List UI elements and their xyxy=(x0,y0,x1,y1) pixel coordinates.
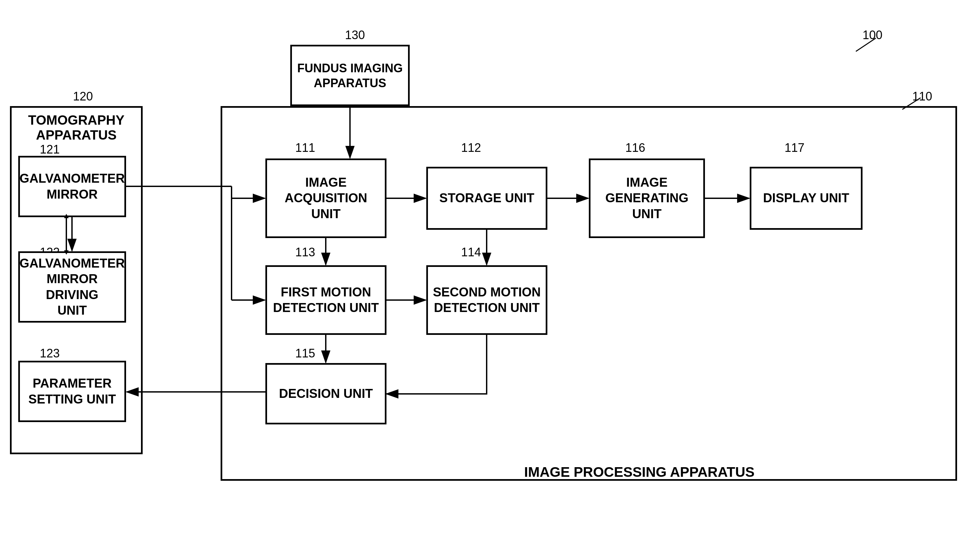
ref-110: 110 xyxy=(912,90,932,103)
param-setting-label: PARAMETERSETTING UNIT xyxy=(28,376,116,407)
image-generating-label: IMAGEGENERATINGUNIT xyxy=(605,175,689,222)
param-setting-box: PARAMETERSETTING UNIT xyxy=(18,361,126,422)
ref-121: 121 xyxy=(40,143,60,156)
galv-mirror-label: GALVANOMETERMIRROR xyxy=(20,171,125,202)
first-motion-box: FIRST MOTIONDETECTION UNIT xyxy=(265,265,386,335)
storage-label: STORAGE UNIT xyxy=(439,190,534,206)
ref-130: 130 xyxy=(345,28,365,42)
fundus-box: FUNDUS IMAGING APPARATUS xyxy=(290,45,410,106)
second-motion-box: SECOND MOTIONDETECTION UNIT xyxy=(426,265,547,335)
ref-112: 112 xyxy=(461,141,481,155)
image-acquisition-label: IMAGEACQUISITIONUNIT xyxy=(285,175,367,222)
galv-mirror-box: GALVANOMETERMIRROR xyxy=(18,156,126,217)
image-acquisition-box: IMAGEACQUISITIONUNIT xyxy=(265,158,386,238)
decision-label: DECISION UNIT xyxy=(279,386,373,402)
ref-114: 114 xyxy=(461,245,481,259)
image-generating-box: IMAGEGENERATINGUNIT xyxy=(589,158,705,238)
ref-111: 111 xyxy=(295,141,315,155)
second-motion-label: SECOND MOTIONDETECTION UNIT xyxy=(433,284,541,316)
ref-100: 100 xyxy=(862,28,882,42)
image-processing-label: IMAGE PROCESSING APPARATUS xyxy=(524,464,755,480)
ref-123: 123 xyxy=(40,346,60,361)
display-box: DISPLAY UNIT xyxy=(750,167,862,230)
display-label: DISPLAY UNIT xyxy=(763,190,849,206)
ref-117: 117 xyxy=(784,141,804,155)
ref-116: 116 xyxy=(625,141,645,155)
ref-115: 115 xyxy=(295,346,315,361)
galv-drive-box: GALVANOMETERMIRROR DRIVINGUNIT xyxy=(18,251,126,322)
ref-113: 113 xyxy=(295,245,315,259)
first-motion-label: FIRST MOTIONDETECTION UNIT xyxy=(273,284,379,316)
tomography-label: TOMOGRAPHY APPARATUS xyxy=(18,113,134,143)
ref-120: 120 xyxy=(73,90,93,103)
fundus-label: FUNDUS IMAGING APPARATUS xyxy=(292,61,408,91)
storage-box: STORAGE UNIT xyxy=(426,167,547,230)
galv-drive-label: GALVANOMETERMIRROR DRIVINGUNIT xyxy=(20,256,125,319)
diagram: 100 IMAGE PROCESSING APPARATUS TOMOGRAPH… xyxy=(0,0,969,560)
decision-box: DECISION UNIT xyxy=(265,363,386,424)
